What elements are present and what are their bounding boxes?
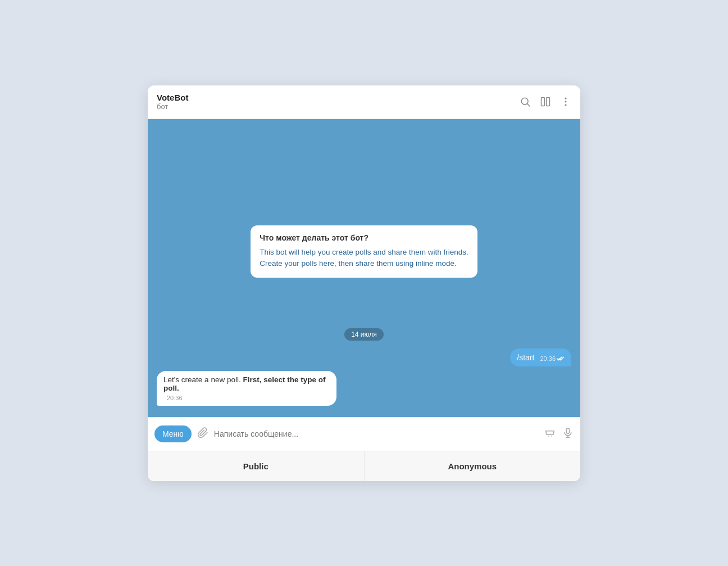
info-bubble-title: Что может делать этот бот?	[260, 233, 468, 242]
incoming-plain-text: Let's create a new poll.	[163, 375, 243, 384]
svg-rect-2	[542, 98, 545, 106]
telegram-window: VoteBot бот Что может делать этот бот? T…	[148, 85, 580, 481]
incoming-message-row: Let's create a new poll. First, select t…	[157, 371, 571, 406]
header-info: VoteBot бот	[157, 93, 520, 111]
message-input[interactable]	[214, 429, 539, 438]
outgoing-message-text: /start	[517, 353, 534, 362]
incoming-message-bubble: Let's create a new poll. First, select t…	[157, 371, 336, 406]
chevron-down-icon[interactable]	[544, 427, 556, 441]
svg-point-8	[551, 436, 552, 437]
attach-icon[interactable]	[197, 427, 208, 441]
info-bubble: Что может делать этот бот? This bot will…	[251, 225, 477, 278]
anonymous-poll-button[interactable]: Anonymous	[365, 451, 581, 481]
outgoing-message-row: /start 20:36	[157, 348, 571, 366]
public-poll-button[interactable]: Public	[148, 451, 365, 481]
svg-point-6	[565, 105, 566, 106]
microphone-icon[interactable]	[562, 427, 574, 441]
svg-point-4	[565, 98, 566, 99]
search-icon[interactable]	[520, 96, 531, 107]
svg-rect-9	[567, 428, 570, 434]
layout-icon[interactable]	[540, 96, 551, 107]
outgoing-message-meta: 20:36	[540, 355, 565, 362]
poll-buttons: Public Anonymous	[148, 451, 580, 481]
svg-rect-3	[547, 98, 550, 106]
svg-line-1	[527, 104, 530, 107]
incoming-message-content: Let's create a new poll. First, select t…	[163, 375, 330, 401]
input-area: Меню	[148, 417, 580, 451]
chat-header: VoteBot бот	[148, 85, 580, 119]
outgoing-message-time: 20:36	[540, 355, 556, 362]
double-check-icon	[557, 356, 565, 361]
chat-subtitle: бот	[157, 102, 520, 111]
info-bubble-text: This bot will help you create polls and …	[260, 247, 468, 270]
svg-point-7	[548, 436, 549, 437]
header-actions	[520, 96, 571, 107]
info-text-line1: This bot will help you create polls and …	[260, 248, 468, 256]
outgoing-message-content: /start 20:36	[517, 353, 565, 362]
info-text-line2: Create your polls here, then share them …	[260, 259, 456, 268]
outgoing-message-bubble: /start 20:36	[510, 348, 571, 366]
chat-area: Что может делать этот бот? This bot will…	[148, 119, 580, 417]
more-icon[interactable]	[560, 96, 571, 107]
messages-list: /start 20:36	[157, 348, 571, 406]
date-badge: 14 июля	[344, 328, 384, 341]
input-right-icons	[544, 427, 574, 441]
menu-button[interactable]: Меню	[154, 425, 192, 442]
chat-title: VoteBot	[157, 93, 520, 102]
incoming-message-meta: 20:36	[167, 395, 183, 401]
incoming-message-time: 20:36	[167, 395, 183, 401]
incoming-message-text: Let's create a new poll. First, select t…	[163, 375, 330, 392]
svg-point-5	[565, 101, 566, 102]
